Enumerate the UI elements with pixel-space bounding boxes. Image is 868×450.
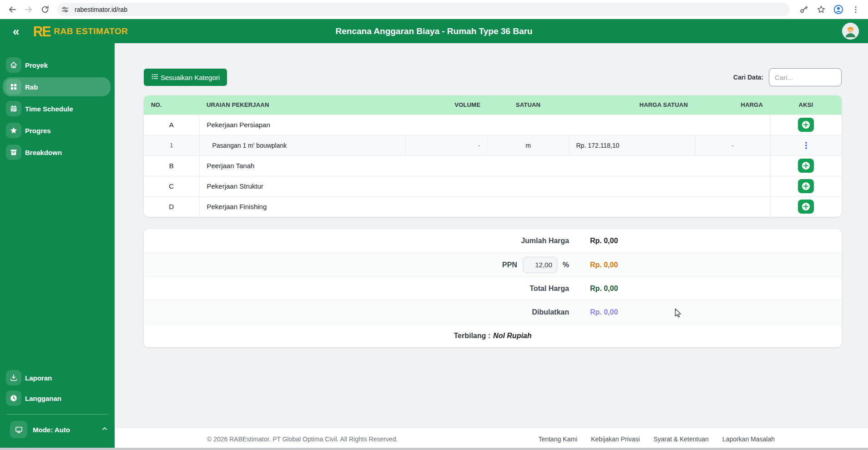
rab-table-card: NO. URAIAN PEKERJAAN VOLUME SATUAN HARGA… xyxy=(144,95,842,217)
sidebar-item-progres[interactable]: Progres xyxy=(3,121,111,140)
back-icon[interactable] xyxy=(5,2,20,17)
chevron-up-icon xyxy=(101,425,108,434)
summary-card: Jumlah Harga Rp. 0,00 PPN % Rp. 0,00 Tot… xyxy=(144,229,842,347)
terbilang-value: Nol Rupiah xyxy=(493,332,531,340)
add-item-button[interactable] xyxy=(798,200,814,214)
window-bottom-edge xyxy=(0,448,868,450)
sidebar-collapse-button[interactable]: « xyxy=(9,25,23,37)
row-harga: - xyxy=(695,135,770,155)
mode-label: Mode: Auto xyxy=(33,426,96,434)
mode-toggle[interactable]: Mode: Auto xyxy=(6,421,108,438)
add-item-button[interactable] xyxy=(798,179,814,193)
page-title: Rencana Anggaran Biaya - Rumah Type 36 B… xyxy=(0,26,868,36)
ppn-label: PPN xyxy=(502,261,517,269)
key-icon[interactable] xyxy=(796,2,812,17)
site-settings-icon[interactable] xyxy=(59,4,71,15)
jumlah-harga-label: Jumlah Harga xyxy=(144,237,569,245)
plus-circle-icon xyxy=(802,202,810,211)
table-row-category-d: D Pekerjaan Finishing xyxy=(144,196,842,217)
footer-link-kebijakan-privasi[interactable]: Kebijakan Privasi xyxy=(591,435,640,443)
grid-icon xyxy=(6,79,21,95)
forward-icon[interactable] xyxy=(21,2,36,17)
row-volume: - xyxy=(405,135,488,155)
search-group: Cari Data: xyxy=(733,68,842,86)
col-harga-satuan: HARGA SATUAN xyxy=(569,95,695,115)
calendar-icon xyxy=(6,101,21,116)
table-row-category-a: A Pekerjaan Persiapan xyxy=(144,115,842,135)
user-avatar[interactable] xyxy=(842,23,859,40)
browser-actions xyxy=(796,2,863,17)
total-harga-label: Total Harga xyxy=(144,285,569,293)
copyright-text: © 2026 RABEstimator. PT Global Optima Ci… xyxy=(207,435,398,443)
reload-icon[interactable] xyxy=(37,2,53,17)
col-volume: VOLUME xyxy=(405,95,488,115)
sidebar-bottom: Laporan Langganan Mode: Auto xyxy=(0,367,115,438)
sidebar-item-time-schedule[interactable]: Time Schedule xyxy=(3,99,111,118)
row-uraian: Pekerjaan Persiapan xyxy=(199,115,770,135)
star-icon xyxy=(6,123,21,138)
footer-link-tentang-kami[interactable]: Tentang Kami xyxy=(538,435,577,443)
app-footer: © 2026 RABEstimator. PT Global Optima Ci… xyxy=(115,428,868,450)
address-bar[interactable]: rabestimator.id/rab xyxy=(57,3,790,16)
sidebar-item-label: Proyek xyxy=(25,61,48,69)
url-text[interactable]: rabestimator.id/rab xyxy=(75,6,127,13)
footer-links: Tentang Kami Kebijakan Privasi Syarat & … xyxy=(538,435,775,443)
row-no: B xyxy=(144,155,199,176)
plus-circle-icon xyxy=(802,161,810,170)
sidebar-item-label: Breakdown xyxy=(25,149,62,156)
sidebar-item-label: Laporan xyxy=(25,374,52,382)
sidebar-item-proyek[interactable]: Proyek xyxy=(3,55,111,75)
col-no: NO. xyxy=(144,95,199,115)
home-icon xyxy=(6,57,21,73)
adjust-category-button[interactable]: Sesuaikan Kategori xyxy=(144,69,227,86)
logo-mark: RE xyxy=(33,23,50,40)
row-no: 1 xyxy=(144,135,199,155)
ppn-input[interactable] xyxy=(523,257,557,273)
profile-icon[interactable] xyxy=(831,2,846,17)
sidebar-item-label: Time Schedule xyxy=(25,105,73,113)
footer-link-laporkan-masalah[interactable]: Laporkan Masalah xyxy=(722,435,775,443)
search-input[interactable] xyxy=(769,68,842,86)
sidebar-item-rab[interactable]: Rab xyxy=(3,77,111,96)
dibulatkan-value: Rp. 0,00 xyxy=(590,308,618,316)
ppn-amount: Rp. 0,00 xyxy=(590,261,618,269)
row-uraian: Peerjaan Tanah xyxy=(199,155,770,176)
footer-link-syarat-ketentuan[interactable]: Syarat & Ketentuan xyxy=(653,435,708,443)
sidebar-item-laporan[interactable]: Laporan xyxy=(3,368,111,387)
terbilang-label: Terbilang : xyxy=(454,332,490,340)
monitor-icon xyxy=(10,421,27,438)
row-uraian: Pasangan 1 m' bouwplank xyxy=(199,135,405,155)
list-icon xyxy=(151,73,159,82)
add-item-button[interactable] xyxy=(798,118,814,132)
table-header-row: NO. URAIAN PEKERJAAN VOLUME SATUAN HARGA… xyxy=(144,95,842,115)
menu-kebab-icon[interactable] xyxy=(848,2,863,17)
plus-circle-icon xyxy=(802,120,810,129)
summary-row-terbilang: Terbilang : Nol Rupiah xyxy=(144,324,842,347)
sidebar-item-langganan[interactable]: Langganan xyxy=(3,389,111,408)
row-menu-kebab-icon[interactable] xyxy=(802,140,811,151)
brand-name: RAB ESTIMATOR xyxy=(54,26,128,36)
row-no: D xyxy=(144,196,199,217)
row-uraian: Pekerjaan Finishing xyxy=(199,196,770,217)
adjust-category-label: Sesuaikan Kategori xyxy=(161,74,220,81)
total-harga-value: Rp. 0,00 xyxy=(590,285,618,293)
col-harga: HARGA xyxy=(695,95,770,115)
col-uraian: URAIAN PEKERJAAN xyxy=(199,95,405,115)
toolbar: Sesuaikan Kategori Cari Data: xyxy=(144,68,842,86)
summary-row-ppn: PPN % Rp. 0,00 xyxy=(144,253,842,276)
row-uraian: Pekerjaan Struktur xyxy=(199,176,770,196)
sidebar-item-breakdown[interactable]: Breakdown xyxy=(3,143,111,162)
add-item-button[interactable] xyxy=(798,159,814,173)
clock-icon xyxy=(6,390,21,406)
summary-row-dibulatkan: Dibulatkan Rp. 0,00 xyxy=(144,300,842,324)
row-no: C xyxy=(144,176,199,196)
row-no: A xyxy=(144,115,199,135)
bookmark-star-icon[interactable] xyxy=(813,2,829,17)
table-row-category-c: C Pekerjaan Struktur xyxy=(144,176,842,196)
sidebar-item-label: Rab xyxy=(25,83,38,91)
row-satuan: m xyxy=(488,135,569,155)
sidebar: Proyek Rab Time Schedule Progres xyxy=(0,43,115,450)
brand: RE RAB ESTIMATOR xyxy=(33,24,128,39)
app-header: « RE RAB ESTIMATOR Rencana Anggaran Biay… xyxy=(0,19,868,43)
sidebar-item-label: Progres xyxy=(25,127,51,135)
